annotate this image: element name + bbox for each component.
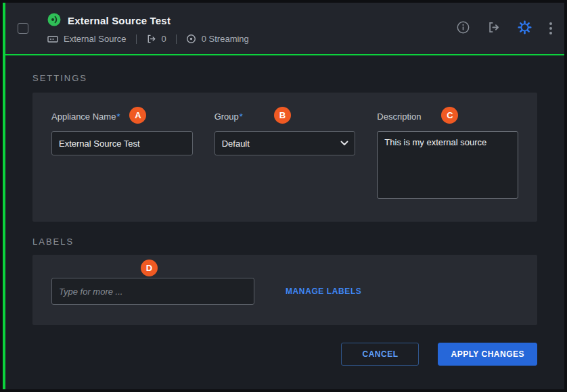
info-button[interactable] [457,21,470,36]
labels-section-heading: LABELS [32,237,537,247]
export-button[interactable] [487,21,500,36]
settings-section-heading: SETTINGS [32,73,537,83]
header: External Source Test External Source [5,3,564,55]
main-content: SETTINGS Appliance Name * A Group * B [5,55,564,389]
manage-labels-link[interactable]: MANAGE LABELS [286,287,361,296]
source-status-icon [47,13,61,29]
separator [136,34,137,44]
callout-badge-d: D [141,260,158,276]
streaming-icon [186,34,196,44]
more-menu-button[interactable] [549,22,552,34]
title-block: External Source Test External Source [47,13,249,45]
description-field: Description C This is my external source [377,107,518,201]
apply-changes-button[interactable]: APPLY CHANGES [438,343,537,366]
callout-badge-b: B [274,107,291,124]
outputs-count: 0 [162,34,166,44]
appliance-name-field: Appliance Name * A [51,107,193,201]
appliance-settings-window: External Source Test External Source [3,3,564,389]
settings-panel: Appliance Name * A Group * B Default [32,93,537,222]
select-checkbox[interactable] [18,23,28,34]
outputs-icon [146,34,156,44]
required-asterisk: * [240,112,243,122]
streaming-count-label: 0 Streaming [202,34,249,44]
group-label: Group [214,112,239,122]
cancel-button[interactable]: CANCEL [341,343,419,366]
footer-actions: CANCEL APPLY CHANGES [32,343,537,366]
labels-input[interactable] [51,278,254,305]
description-label: Description [377,112,421,122]
group-field: Group * B Default [214,107,356,201]
settings-button[interactable] [518,20,532,36]
callout-badge-c: C [441,107,458,124]
labels-panel: D MANAGE LABELS [32,255,537,325]
appliance-type-icon [47,34,58,45]
group-select[interactable]: Default [214,131,356,155]
export-icon [487,21,500,36]
description-textarea[interactable]: This is my external source [377,131,518,199]
separator [176,34,177,44]
settings-gear-icon [518,20,532,36]
required-asterisk: * [116,112,120,122]
appliance-name-label: Appliance Name [51,112,116,122]
appliance-name-input[interactable] [51,131,193,155]
page-title: External Source Test [68,15,171,26]
header-actions [457,20,552,36]
callout-badge-a: A [129,107,146,124]
more-menu-icon [549,22,552,34]
appliance-type-label: External Source [64,34,127,44]
info-icon [457,21,470,36]
